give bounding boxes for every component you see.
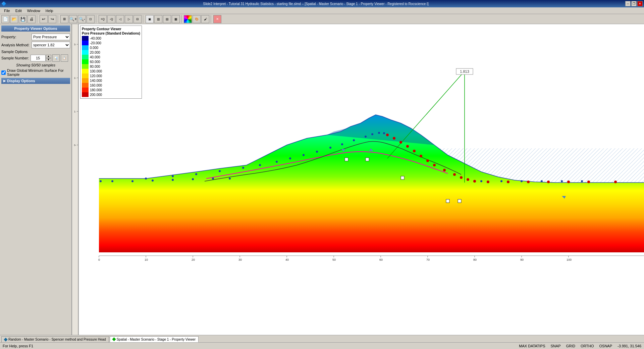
sample-options-label: Sample Options (1, 50, 70, 54)
legend-item-4: 40.000 (82, 55, 140, 59)
svg-text:20: 20 (192, 258, 195, 261)
svg-point-35 (383, 132, 385, 134)
svg-text:1-: 1- (74, 110, 76, 113)
help-text: For Help, press F1 (3, 344, 33, 348)
close-button[interactable]: ✕ (637, 1, 643, 6)
sample-number-input[interactable]: 15 (31, 55, 46, 61)
status-right: MAX DATATIPS SNAP GRID ORTHO OSNAP -3.99… (519, 344, 641, 348)
display-options-label: Display Options (7, 79, 35, 83)
legend-color-1 (82, 41, 89, 45)
toggle3-button[interactable]: ▤ (163, 15, 171, 23)
svg-point-37 (393, 137, 395, 140)
svg-point-28 (316, 151, 318, 153)
svg-point-27 (303, 154, 305, 156)
menu-help[interactable]: Help (43, 8, 56, 13)
svg-point-30 (341, 143, 343, 145)
zoom-out2-button[interactable]: -Q (107, 15, 115, 23)
toggle4-button[interactable]: ▦ (172, 15, 180, 23)
toggle2-button[interactable]: ▥ (154, 15, 162, 23)
redo-button[interactable]: ↪ (48, 15, 56, 23)
svg-point-25 (276, 161, 278, 163)
toggle1-button[interactable]: ▣ (146, 15, 154, 23)
save-button[interactable]: 💾 (19, 15, 27, 23)
analysis-method-label: Analysis Method: (1, 43, 32, 47)
color2-button[interactable]: 🎨 (193, 15, 201, 23)
minimize-button[interactable]: ─ (625, 1, 631, 6)
undo-button[interactable]: ↩ (40, 15, 48, 23)
svg-point-21 (195, 173, 197, 175)
legend-value-1: -20.000 (90, 41, 101, 45)
tab-random-icon (4, 338, 7, 341)
legend-item-9: 140.000 (82, 78, 140, 83)
legend-color-10 (82, 83, 89, 88)
close-x-button[interactable]: ✕ (213, 15, 221, 23)
restore-button[interactable]: ❐ (631, 1, 637, 6)
zoom-out-button[interactable]: 🔍- (78, 15, 86, 23)
legend-value-0: -40.000 (90, 37, 101, 40)
legend-item-6: 80.000 (82, 64, 140, 69)
color3-button[interactable]: 🖌 (201, 15, 209, 23)
tab-random[interactable]: Random - Master Scenario - Spencer metho… (1, 336, 109, 342)
svg-point-73 (212, 178, 214, 180)
left-panel: Property Viewer Options Property: Pore P… (0, 24, 72, 335)
pan-left-button[interactable]: ◁ (116, 15, 124, 23)
svg-rect-63 (458, 199, 461, 203)
ortho-label: ORTHO (581, 344, 594, 348)
svg-text:90: 90 (520, 258, 524, 261)
svg-point-33 (371, 133, 373, 135)
titlebar-buttons: ─ ❐ ✕ (625, 1, 643, 6)
menu-file[interactable]: File (1, 8, 13, 13)
tab-spatial[interactable]: Spatial - Master Scenario - Stage 1 - Pr… (110, 336, 199, 342)
legend-color-5 (82, 59, 89, 64)
zoom-window-button[interactable]: ⊡ (87, 15, 95, 23)
svg-point-20 (172, 175, 174, 177)
grid-label: GRID (566, 344, 576, 348)
zoom-all-button[interactable]: ⊟ (133, 15, 142, 23)
bottom-tabs: Random - Master Scenario - Spencer metho… (0, 335, 644, 342)
main-layout: Property Viewer Options Property: Pore P… (0, 24, 644, 335)
svg-point-69 (131, 180, 133, 182)
tab-spatial-icon (112, 337, 116, 341)
open-button[interactable]: 📂 (10, 15, 18, 23)
canvas-area[interactable]: 1.813 (79, 24, 644, 335)
sample-icon2-button[interactable]: 📋 (61, 54, 68, 62)
sep6 (211, 15, 212, 23)
menu-window[interactable]: Window (24, 8, 43, 13)
svg-point-19 (145, 178, 147, 180)
pan-right-button[interactable]: ▷ (125, 15, 133, 23)
toolbar: 📄 📂 💾 🖨 ↩ ↪ ⊞ 🔍+ 🔍- ⊡ +Q -Q ◁ ▷ ⊟ ▣ ▥ ▤ … (0, 14, 644, 24)
print-button[interactable]: 🖨 (28, 15, 36, 23)
svg-text:0: 0 (98, 258, 100, 261)
svg-text:60: 60 (379, 258, 383, 261)
svg-point-39 (406, 145, 409, 148)
zoom-in2-button[interactable]: +Q (99, 15, 107, 23)
property-label: Property: (1, 35, 32, 39)
legend-value-10: 160.000 (90, 84, 102, 87)
new-button[interactable]: 📄 (1, 15, 9, 23)
display-options-header[interactable]: ▶ Display Options (1, 78, 70, 84)
spin-down-button[interactable]: ▼ (46, 58, 51, 61)
legend-value-11: 180.000 (90, 88, 102, 92)
main-visualization: 1.813 (79, 24, 644, 335)
svg-text:100: 100 (567, 258, 572, 261)
analysis-method-select[interactable]: spencer 1.82 (32, 42, 70, 48)
svg-point-43 (433, 164, 436, 166)
draw-checkbox[interactable] (1, 70, 6, 75)
color1-button[interactable] (184, 15, 192, 23)
spin-up-button[interactable]: ▲ (46, 55, 51, 58)
svg-point-53 (567, 181, 570, 183)
property-select[interactable]: Pore Pressure (32, 34, 70, 40)
svg-point-71 (172, 179, 174, 181)
legend-item-0: -40.000 (82, 36, 140, 41)
svg-point-29 (329, 147, 331, 149)
zoom-in-button[interactable]: 🔍+ (69, 15, 77, 23)
legend-color-9 (82, 78, 89, 83)
legend-color-4 (82, 55, 89, 59)
menu-edit[interactable]: Edit (13, 8, 24, 13)
sample-icon1-button[interactable]: 📊 (52, 54, 60, 62)
svg-text:0-: 0- (74, 144, 76, 146)
titlebar: 🔷 Slide2 Interpret - Tutorial 31 Hydraul… (0, 0, 644, 7)
fit-view-button[interactable]: ⊞ (60, 15, 68, 23)
legend-color-0 (82, 36, 89, 41)
statusbar: For Help, press F1 MAX DATATIPS SNAP GRI… (0, 342, 644, 349)
